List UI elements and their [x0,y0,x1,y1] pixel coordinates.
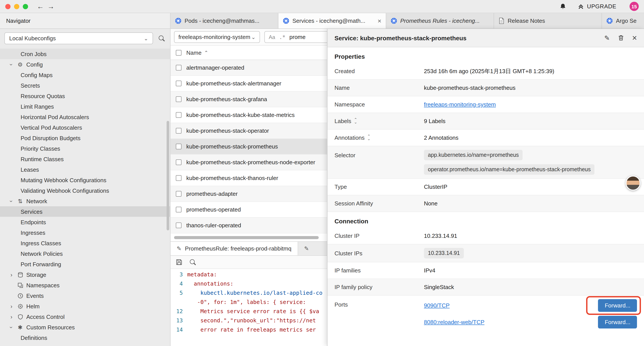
chevron-down-icon: › [8,62,15,67]
expand-collapse-icon[interactable]: ⌃⌄ [354,119,357,123]
ip-family-policy-label: IP family policy [334,284,424,290]
row-checkbox[interactable] [176,159,182,165]
row-checkbox[interactable] [176,223,182,228]
sidebar-item-definitions[interactable]: Definitions [0,333,170,343]
dock-tab-prometheusrule[interactable]: ✎ PrometheusRule: freeleaps-prod-rabbitm… [170,242,298,255]
sidebar-item-mutating-webhook-configurations[interactable]: Mutating Webhook Configurations [0,175,170,185]
editor-search-icon[interactable] [190,259,196,265]
sidebar-item-ingress-classes[interactable]: Ingress Classes [0,238,170,248]
forward-button[interactable]: Forward... [598,316,637,329]
clock-icon [17,293,24,299]
sort-ascending-icon: ⌃ [204,50,208,55]
notification-count-badge[interactable]: 15 [630,2,639,11]
annotations-count[interactable]: 2 Annotations [424,134,637,141]
upgrade-button[interactable]: UPGRADE [578,3,616,10]
sidebar-item-config-maps[interactable]: Config Maps [0,70,170,80]
tab-bar: Pods - icecheng@mathmas... Services - ic… [170,13,644,29]
tab-argo[interactable]: Argo Se [602,13,644,28]
shield-icon [17,314,24,320]
row-checkbox[interactable] [176,81,182,86]
sidebar-item-pod-disruption-budgets[interactable]: Pod Disruption Budgets [0,133,170,143]
sidebar-scrollbar[interactable] [166,121,169,230]
sidebar-item-vertical-pod-autoscalers[interactable]: Vertical Pod Autoscalers [0,122,170,133]
navigator-title: Navigator [6,17,30,24]
sidebar-search-icon[interactable] [158,35,165,42]
sidebar-item-services[interactable]: Services [0,206,170,217]
row-name: Name kube-prometheus-stack-prometheus [328,80,644,96]
upgrade-icon [578,3,584,9]
match-case-toggle[interactable]: Aa [269,34,275,40]
close-tab-icon[interactable]: × [378,17,382,24]
user-avatar [626,176,640,191]
sidebar-item-port-forwarding[interactable]: Port Forwarding [0,259,170,269]
row-checkbox[interactable] [176,65,182,70]
type-value: ClusterIP [424,184,637,190]
back-icon[interactable]: ← [35,3,46,10]
dock-tab-partial[interactable]: ✎ [298,242,328,255]
row-checkbox[interactable] [176,96,182,102]
sidebar-item-ingresses[interactable]: Ingresses [0,227,170,238]
kubeconfig-selector[interactable]: Local Kubeconfigs ⌄ [4,32,153,44]
sidebar-item-network[interactable]: › ⇅ Network [0,196,170,206]
edit-pencil-icon[interactable]: ✎ [604,34,610,42]
labels-count[interactable]: 9 Labels [424,118,637,124]
sidebar-item-validating-webhook-configurations[interactable]: Validating Webhook Configurations [0,185,170,196]
sidebar-item-cron-jobs[interactable]: Cron Jobs [0,49,170,59]
row-checkbox[interactable] [176,144,182,149]
row-checkbox[interactable] [176,128,182,134]
type-label: Type [334,184,424,190]
forward-button[interactable]: Forward... [598,299,637,312]
trash-icon[interactable] [618,34,624,41]
annotations-label: Annotations [334,134,364,141]
storage-icon [17,272,24,278]
row-selector: Selector app.kubernetes.io/name=promethe… [328,146,644,179]
sidebar-item-endpoints[interactable]: Endpoints [0,217,170,227]
namespace-link[interactable]: freeleaps-monitoring-system [424,101,496,108]
sidebar-item-priority-classes[interactable]: Priority Classes [0,143,170,154]
tab-release-notes[interactable]: Release Notes [494,13,602,28]
namespace-filter-select[interactable]: freeleaps-monitoring-system ⌄ [174,31,260,43]
sidebar-item-network-policies[interactable]: Network Policies [0,248,170,259]
row-checkbox[interactable] [176,112,182,118]
sidebar-item-resource-quotas[interactable]: Resource Quotas [0,91,170,101]
sidebar-item-helm[interactable]: › Helm [0,301,170,311]
maximize-window-button[interactable] [23,4,28,9]
sidebar-item-access-control[interactable]: › Access Control [0,311,170,322]
sidebar-item-custom-resources[interactable]: › ✱ Custom Resources [0,322,170,333]
row-checkbox[interactable] [176,175,182,181]
sidebar-item-events[interactable]: Events [0,290,170,301]
horizontal-scrollbar-thumb[interactable] [174,236,319,239]
forward-icon[interactable]: → [46,3,56,10]
sidebar-item-leases[interactable]: Leases [0,164,170,175]
notifications-bell-icon[interactable] [560,3,566,10]
sidebar-item-storage[interactable]: › Storage [0,269,170,280]
regex-toggle[interactable]: .* [279,34,286,40]
sidebar-item-namespaces[interactable]: Namespaces [0,280,170,290]
name-column-header[interactable]: Name ⌃ [186,49,208,56]
minimize-window-button[interactable] [14,4,19,9]
kubeconfig-row: Local Kubeconfigs ⌄ [0,29,170,48]
tab-pods[interactable]: Pods - icecheng@mathmas... [170,13,278,28]
row-checkbox[interactable] [176,207,182,212]
sidebar-item-config[interactable]: › ⚙ Config [0,59,170,70]
row-checkbox[interactable] [176,191,182,197]
selector-badge: app.kubernetes.io/name=prometheus [424,150,523,160]
main-area: Navigator Local Kubeconfigs ⌄ Cron Jobs … [0,13,644,346]
sidebar-item-limit-ranges[interactable]: Limit Ranges [0,101,170,112]
expand-collapse-icon[interactable]: ⌃⌄ [367,135,370,140]
save-icon[interactable] [176,259,182,265]
tab-prometheus-rules[interactable]: Prometheus Rules - icecheng... [386,13,494,28]
sidebar-item-runtime-classes[interactable]: Runtime Classes [0,154,170,164]
created-label: Created [334,68,424,74]
kubernetes-icon [390,17,397,24]
select-all-checkbox[interactable] [176,50,182,55]
tab-services[interactable]: Services - icecheng@math... × [278,13,386,28]
row-namespace: Namespace freeleaps-monitoring-system [328,96,644,113]
port-link-9090[interactable]: 9090/TCP [424,302,450,309]
close-window-button[interactable] [5,4,10,9]
close-icon[interactable]: × [632,34,637,42]
sidebar-item-horizontal-pod-autoscalers[interactable]: Horizontal Pod Autoscalers [0,112,170,122]
sidebar-item-secrets[interactable]: Secrets [0,80,170,91]
port-link-8080-reloader-web[interactable]: 8080:reloader-web/TCP [424,319,484,326]
chevron-down-icon: ⌄ [251,34,256,40]
